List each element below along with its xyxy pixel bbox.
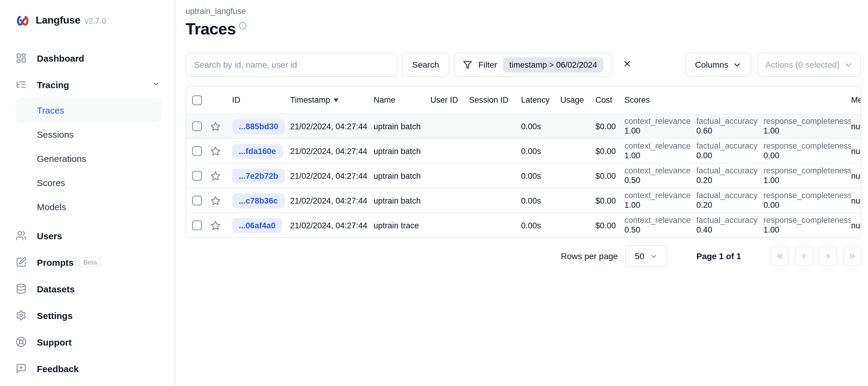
first-page-button[interactable] — [771, 247, 789, 266]
sidebar-item-datasets[interactable]: Datasets — [16, 276, 161, 302]
sidebar-item-label: Dashboard — [37, 53, 84, 63]
close-icon — [622, 59, 631, 68]
trace-cost: $0.00 — [589, 221, 619, 230]
chevron-left-icon — [800, 252, 808, 260]
trace-id-link[interactable]: ...06af4a0 — [232, 218, 282, 233]
sidebar-item-label: Datasets — [37, 284, 75, 294]
sidebar-item-label: Settings — [37, 310, 72, 320]
sidebar-item-sessions[interactable]: Sessions — [16, 122, 161, 146]
brand-version: v2.7.0 — [85, 16, 106, 25]
trace-latency: 0.00s — [519, 122, 555, 131]
search-button[interactable]: Search — [402, 53, 450, 77]
trace-scores: context_relevance1.00 factual_accuracy0.… — [619, 116, 851, 136]
sidebar-item-settings[interactable]: Settings — [16, 302, 161, 329]
traces-table: ID Timestamp Name User ID Session ID Lat… — [186, 86, 861, 238]
row-checkbox[interactable] — [192, 171, 202, 181]
trace-cost: $0.00 — [589, 196, 619, 205]
trace-cost: $0.00 — [589, 171, 619, 180]
trace-timestamp: 21/02/2024, 04:27:44 — [288, 122, 374, 131]
trace-latency: 0.00s — [519, 147, 555, 156]
database-icon — [16, 283, 27, 294]
trace-id-link[interactable]: ...c78b36c — [232, 193, 284, 208]
brand[interactable]: Langfuse v2.7.0 — [16, 13, 161, 28]
last-page-button[interactable] — [843, 247, 861, 266]
trace-timestamp: 21/02/2024, 04:27:44 — [288, 171, 374, 180]
star-icon[interactable] — [210, 195, 221, 206]
trace-scores: context_relevance1.00 factual_accuracy0.… — [619, 191, 851, 211]
column-header-timestamp[interactable]: Timestamp — [288, 95, 374, 104]
sidebar-item-prompts[interactable]: Prompts Beta — [16, 249, 161, 276]
sidebar-item-feedback[interactable]: Feedback — [16, 355, 161, 382]
column-header-scores: Scores — [619, 95, 851, 104]
trace-metadata: null — [851, 171, 861, 180]
langfuse-app: Langfuse v2.7.0 Dashboard Tracing — [0, 0, 868, 386]
filter-button[interactable]: Filter timestamp > 06/02/2024 — [454, 53, 612, 77]
star-icon[interactable] — [210, 220, 221, 230]
table-row[interactable]: ...fda160e 21/02/2024, 04:27:44 uptrain … — [186, 138, 861, 163]
row-checkbox[interactable] — [192, 196, 202, 205]
sidebar-item-label: Prompts — [37, 257, 74, 267]
sidebar-item-label: Support — [37, 337, 72, 347]
funnel-icon — [463, 60, 472, 69]
sidebar-item-scores[interactable]: Scores — [16, 170, 161, 194]
row-checkbox[interactable] — [192, 146, 202, 156]
toolbar: Search Filter timestamp > 06/02/2024 Col… — [186, 53, 861, 77]
table-row[interactable]: ...06af4a0 21/02/2024, 04:27:44 uptrain … — [186, 213, 861, 237]
trace-id-link[interactable]: ...fda160e — [232, 143, 283, 159]
select-all-checkbox[interactable] — [192, 95, 202, 105]
trace-timestamp: 21/02/2024, 04:27:44 — [288, 147, 374, 156]
sidebar-item-label: Tracing — [37, 79, 69, 90]
trace-name: uptrain batch — [374, 122, 426, 131]
trace-latency: 0.00s — [519, 196, 555, 205]
clear-filter-button[interactable] — [622, 57, 631, 72]
trace-latency: 0.00s — [519, 221, 555, 230]
search-input[interactable] — [186, 53, 397, 77]
main-content: uptrain_langfuse Traces Search Filter ti… — [175, 0, 868, 386]
trace-cost: $0.00 — [589, 147, 619, 156]
star-icon[interactable] — [210, 121, 221, 131]
sidebar-item-support[interactable]: Support — [16, 329, 161, 355]
star-icon[interactable] — [210, 171, 221, 181]
column-header-id: ID — [225, 95, 288, 104]
actions-button[interactable]: Actions (0 selected) — [757, 53, 861, 77]
trace-timestamp: 21/02/2024, 04:27:44 — [288, 196, 374, 205]
users-icon — [16, 230, 27, 241]
column-header-session-id: Session ID — [464, 95, 519, 104]
table-row[interactable]: ...885bd30 21/02/2024, 04:27:44 uptrain … — [186, 114, 861, 138]
next-page-button[interactable] — [819, 247, 837, 266]
sidebar-item-dashboard[interactable]: Dashboard — [16, 45, 161, 71]
page-title: Traces — [186, 20, 236, 38]
chevron-down-icon — [844, 60, 853, 69]
trace-name: uptrain batch — [374, 196, 426, 205]
pen-square-icon — [16, 257, 27, 267]
trace-id-link[interactable]: ...885bd30 — [232, 119, 285, 134]
row-checkbox[interactable] — [192, 121, 202, 131]
trace-id-link[interactable]: ...7e2b72b — [232, 168, 285, 183]
table-row[interactable]: ...c78b36c 21/02/2024, 04:27:44 uptrain … — [186, 188, 861, 213]
sidebar-item-generations[interactable]: Generations — [16, 146, 161, 170]
sidebar-item-traces[interactable]: Traces — [16, 98, 161, 122]
table-row[interactable]: ...7e2b72b 21/02/2024, 04:27:44 uptrain … — [186, 163, 861, 188]
chevrons-right-icon — [848, 252, 857, 260]
table-header-row: ID Timestamp Name User ID Session ID Lat… — [186, 86, 861, 114]
star-icon[interactable] — [210, 146, 221, 156]
sidebar-item-users[interactable]: Users — [16, 222, 161, 249]
rows-per-page-select[interactable]: 50 — [625, 245, 667, 267]
life-buoy-icon — [16, 336, 27, 347]
sidebar-item-tracing[interactable]: Tracing — [16, 71, 161, 98]
column-header-latency: Latency — [519, 95, 555, 104]
layout-dashboard-icon — [16, 53, 27, 63]
row-checkbox[interactable] — [192, 221, 202, 230]
previous-page-button[interactable] — [795, 247, 813, 266]
trace-metadata: null — [851, 147, 861, 156]
columns-button[interactable]: Columns — [685, 53, 752, 77]
chevron-down-icon — [152, 79, 160, 90]
filter-chip[interactable]: timestamp > 06/02/2024 — [503, 57, 603, 72]
sidebar-item-models[interactable]: Models — [16, 194, 161, 219]
trace-latency: 0.00s — [519, 171, 555, 180]
trace-metadata: null — [851, 221, 861, 230]
breadcrumb[interactable]: uptrain_langfuse — [186, 6, 246, 16]
info-icon[interactable] — [239, 21, 247, 38]
trace-scores: context_relevance0.50 factual_accuracy0.… — [619, 215, 851, 235]
trace-timestamp: 21/02/2024, 04:27:44 — [288, 221, 374, 230]
